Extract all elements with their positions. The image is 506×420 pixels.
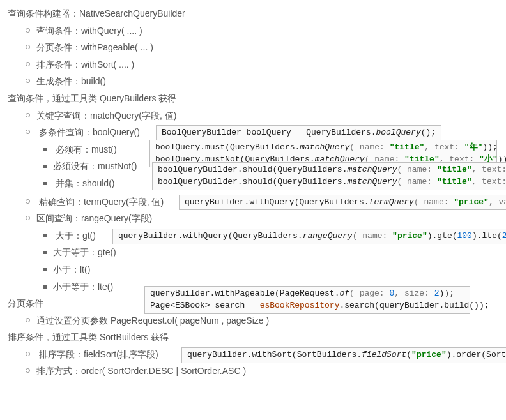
gt-item: 大于：gt() queryBuilder.withQuery(QueryBuil… [8, 227, 498, 244]
lt-item: 小于：lt() [8, 261, 498, 278]
page-request-item: 通过设置分页参数 PageRequest.of( pageNum , pageS… [8, 312, 498, 329]
gte-item: 大于等于：gte() [8, 244, 498, 261]
should-code: boolQueryBuilder.should(QueryBuilders.ma… [152, 162, 506, 190]
section-builder-title: 查询条件构建器：NativeSearchQueryBuilder [8, 5, 498, 22]
pageable-code: queryBuilder.withPageable(PageRequest.of… [144, 286, 470, 314]
order-item: 排序方式：order( SortOrder.DESC | SortOrder.A… [8, 363, 498, 380]
section-page-title: 分页条件 queryBuilder.withPageable(PageReque… [8, 295, 498, 312]
should-item: 并集：should() boolQueryBuilder.should(Quer… [8, 175, 498, 192]
must-item: 必须有：must() boolQuery.must(QueryBuilders.… [8, 141, 498, 158]
with-query-item: 查询条件：withQuery( .... ) [8, 22, 498, 40]
bool-query-item: 多条件查询：boolQuery() BoolQueryBuilder boolQ… [8, 124, 498, 141]
bool-query-label: 多条件查询：boolQuery() [39, 127, 140, 137]
range-query-code: queryBuilder.withQuery(QueryBuilders.ran… [112, 229, 506, 244]
with-pageable-item: 分页条件：withPageable( ... ) [8, 39, 498, 56]
section-sort-title: 排序条件，通过工具类 SortBuilders 获得 [8, 329, 498, 346]
field-sort-code: queryBuilder.withSort(SortBuilders.field… [181, 347, 506, 363]
section-querybuilders-title: 查询条件，通过工具类 QueryBuilders 获得 [8, 90, 498, 107]
term-query-code: queryBuilder.withQuery(QueryBuilders.ter… [179, 195, 506, 211]
bool-query-code: BoolQueryBuilder boolQuery = QueryBuilde… [156, 125, 441, 141]
field-sort-item: 排序字段：fieldSort(排序字段) queryBuilder.withSo… [8, 346, 498, 363]
range-query-item: 区间查询：rangeQuery(字段) [8, 210, 498, 227]
term-query-item: 精确查询：termQuery(字段, 值) queryBuilder.withQ… [8, 193, 498, 211]
build-item: 生成条件：build() [8, 73, 498, 90]
with-sort-item: 排序条件：withSort( .... ) [8, 56, 498, 73]
match-query-item: 关键字查询：matchQuery(字段, 值) [8, 107, 498, 124]
